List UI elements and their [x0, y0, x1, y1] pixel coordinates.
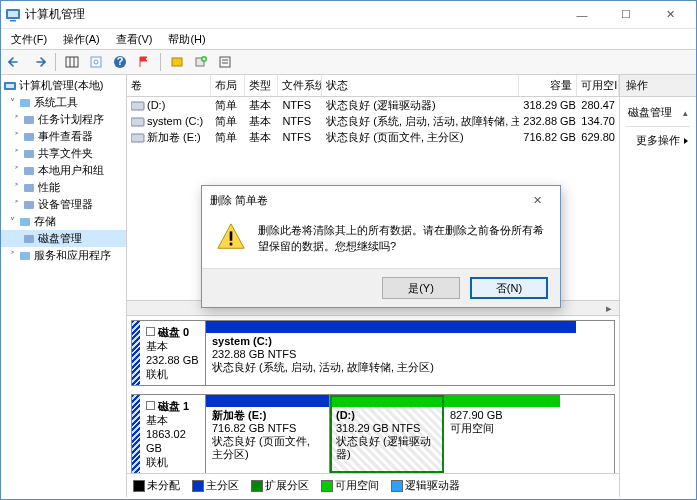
- volume-row[interactable]: (D:)简单基本NTFS状态良好 (逻辑驱动器)318.29 GB280.47: [127, 97, 619, 113]
- tree-item[interactable]: ˃设备管理器: [1, 196, 126, 213]
- confirm-dialog: 删除 简单卷 ✕ 删除此卷将清除其上的所有数据。请在删除之前备份所有希望保留的数…: [201, 185, 561, 308]
- dialog-no-button[interactable]: 否(N): [470, 277, 548, 299]
- col-free[interactable]: 可用空I: [577, 75, 619, 96]
- actions-section[interactable]: 磁盘管理 ▴: [622, 101, 694, 124]
- tree-root-label: 计算机管理(本地): [19, 78, 103, 93]
- col-capacity[interactable]: 容量: [519, 75, 577, 96]
- tree-twisty-icon[interactable]: ˃: [11, 112, 22, 127]
- actions-pane: 操作 磁盘管理 ▴ 更多操作: [620, 75, 696, 497]
- tree-twisty-icon[interactable]: ˃: [11, 180, 22, 195]
- disk-name: 磁盘 1: [158, 400, 189, 412]
- tree-item[interactable]: ˃共享文件夹: [1, 145, 126, 162]
- tree-item[interactable]: 磁盘管理: [1, 230, 126, 247]
- app-icon: [5, 7, 21, 23]
- dialog-title: 删除 简单卷: [210, 193, 268, 208]
- volume-row[interactable]: 新加卷 (E:)简单基本NTFS状态良好 (页面文件, 主分区)716.82 G…: [127, 129, 619, 145]
- menu-file[interactable]: 文件(F): [5, 30, 53, 49]
- disk-stripe: [132, 321, 140, 385]
- tree-twisty-icon[interactable]: ˃: [7, 248, 18, 263]
- partition-block[interactable]: 827.90 GB可用空间: [444, 395, 560, 473]
- svg-rect-33: [230, 243, 233, 246]
- volume-layout: 简单: [211, 97, 245, 113]
- tree-twisty-icon[interactable]: ˃: [11, 129, 22, 144]
- toolbar-props-button[interactable]: [215, 52, 235, 72]
- tree-item[interactable]: ˃任务计划程序: [1, 111, 126, 128]
- disk-type: 基本: [146, 414, 168, 426]
- window-close-button[interactable]: ✕: [648, 1, 692, 29]
- partition-title: system (C:): [212, 335, 570, 348]
- disk-info[interactable]: 磁盘 1基本1863.02 GB联机: [132, 395, 206, 473]
- svg-rect-6: [91, 57, 101, 67]
- svg-rect-17: [6, 84, 14, 88]
- legend-item: 未分配: [133, 478, 180, 493]
- svg-rect-23: [24, 184, 34, 192]
- partition-status: 状态良好 (页面文件, 主分区): [212, 435, 323, 461]
- toolbar-help-button[interactable]: ?: [110, 52, 130, 72]
- diskmgmt-icon: [22, 232, 36, 246]
- partition-block[interactable]: (D:)318.29 GB NTFS状态良好 (逻辑驱动器): [330, 395, 444, 473]
- partitions: 新加卷 (E:)716.82 GB NTFS状态良好 (页面文件, 主分区) (…: [206, 395, 614, 473]
- partition-block[interactable]: 新加卷 (E:)716.82 GB NTFS状态良好 (页面文件, 主分区): [206, 395, 330, 473]
- tree-twisty-icon[interactable]: ˅: [7, 214, 18, 229]
- tree-root[interactable]: 计算机管理(本地): [1, 77, 126, 94]
- window-minimize-button[interactable]: —: [560, 1, 604, 29]
- menu-help[interactable]: 帮助(H): [162, 30, 211, 49]
- col-fs[interactable]: 文件系统: [278, 75, 322, 96]
- tree-twisty-icon[interactable]: ˅: [7, 95, 18, 110]
- wrench-icon: [18, 96, 32, 110]
- col-layout[interactable]: 布局: [211, 75, 245, 96]
- nav-forward-button[interactable]: [29, 52, 49, 72]
- volume-type: 基本: [245, 97, 279, 113]
- svg-rect-22: [24, 167, 34, 175]
- disk-info[interactable]: 磁盘 0基本232.88 GB联机: [132, 321, 206, 385]
- title-bar: 计算机管理 — ☐ ✕: [1, 1, 696, 29]
- tree-group[interactable]: ˅存储: [1, 213, 126, 230]
- legend-swatch: [133, 480, 145, 492]
- actions-more[interactable]: 更多操作: [622, 129, 694, 152]
- partition-title: 新加卷 (E:): [212, 409, 323, 422]
- toolbar-new-button[interactable]: [191, 52, 211, 72]
- toolbar-ext-button[interactable]: [167, 52, 187, 72]
- legend-label: 主分区: [206, 479, 239, 491]
- col-status[interactable]: 状态: [322, 75, 519, 96]
- volume-free: 134.70: [577, 113, 619, 129]
- partition-band: [330, 395, 443, 407]
- col-type[interactable]: 类型: [245, 75, 279, 96]
- warning-icon: [216, 222, 246, 252]
- tree-item-label: 性能: [38, 180, 60, 195]
- tree-item-label: 磁盘管理: [38, 231, 82, 246]
- nav-back-button[interactable]: [5, 52, 25, 72]
- tree-group[interactable]: ˃服务和应用程序: [1, 247, 126, 264]
- svg-rect-28: [131, 102, 144, 110]
- svg-rect-18: [20, 99, 30, 107]
- legend-swatch: [251, 480, 263, 492]
- tree-item[interactable]: ˃性能: [1, 179, 126, 196]
- clock-icon: [22, 113, 36, 127]
- toolbar-flag-button[interactable]: [134, 52, 154, 72]
- volume-table-header: 卷 布局 类型 文件系统 状态 容量 可用空I: [127, 75, 619, 97]
- volume-name: system (C:): [147, 115, 203, 127]
- tree-twisty-icon[interactable]: ˃: [11, 146, 22, 161]
- dialog-close-button[interactable]: ✕: [522, 194, 552, 207]
- partition-title: (D:): [336, 409, 437, 422]
- dialog-yes-button[interactable]: 是(Y): [382, 277, 460, 299]
- tree-item[interactable]: ˃事件查看器: [1, 128, 126, 145]
- tree-item[interactable]: ˃本地用户和组: [1, 162, 126, 179]
- col-volume[interactable]: 卷: [127, 75, 211, 96]
- disk-type: 基本: [146, 340, 168, 352]
- toolbar-search-button[interactable]: [86, 52, 106, 72]
- legend-label: 逻辑驱动器: [405, 479, 460, 491]
- legend-label: 未分配: [147, 479, 180, 491]
- device-icon: [22, 198, 36, 212]
- menu-view[interactable]: 查看(V): [110, 30, 159, 49]
- tree-twisty-icon[interactable]: ˃: [11, 163, 22, 178]
- menu-action[interactable]: 操作(A): [57, 30, 106, 49]
- tree-group[interactable]: ˅系统工具: [1, 94, 126, 111]
- tree-item-label: 共享文件夹: [38, 146, 93, 161]
- window-maximize-button[interactable]: ☐: [604, 1, 648, 29]
- tree-twisty-icon[interactable]: ˃: [11, 197, 22, 212]
- toolbar-columns-button[interactable]: [62, 52, 82, 72]
- partition-block[interactable]: system (C:)232.88 GB NTFS状态良好 (系统, 启动, 活…: [206, 321, 576, 385]
- svg-rect-25: [20, 218, 30, 226]
- volume-row[interactable]: system (C:)简单基本NTFS状态良好 (系统, 启动, 活动, 故障转…: [127, 113, 619, 129]
